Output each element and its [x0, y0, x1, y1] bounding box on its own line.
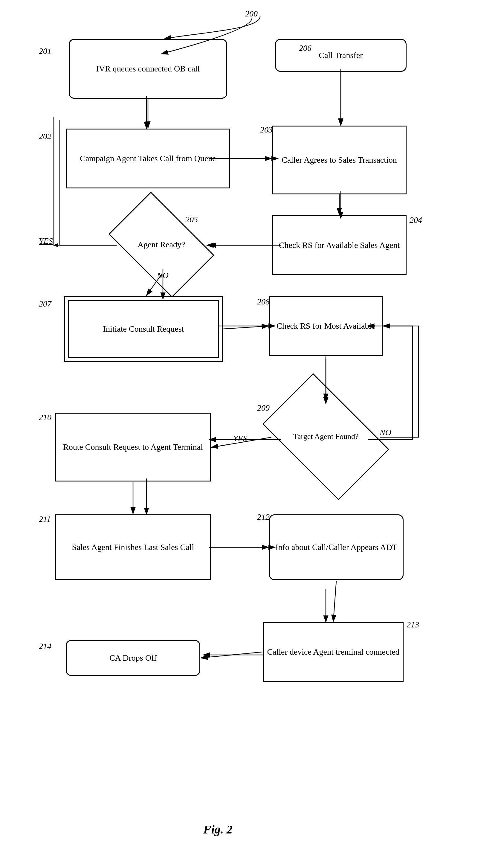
campaign-agent-box: Campaign Agent Takes Call from Queue — [66, 129, 230, 188]
caller-agrees-text: Caller Agrees to Sales Transaction — [281, 155, 397, 165]
caller-agrees-box: Caller Agrees to Sales Transaction — [272, 126, 407, 194]
yes-label-209: YES — [233, 434, 247, 443]
ref-200: 200 — [245, 9, 258, 18]
label-214: 214 — [39, 641, 51, 651]
info-call-box: Info about Call/Caller Appears ADT — [269, 514, 404, 580]
route-consult-box: Route Consult Request to Agent Terminal — [55, 413, 211, 481]
label-211: 211 — [39, 514, 51, 524]
sales-agent-finishes-text: Sales Agent Finishes Last Sales Call — [72, 542, 194, 553]
ivr-queues-box: IVR queues connected OB call — [69, 39, 227, 99]
check-rs-available-text: Check RS for Available Sales Agent — [279, 240, 400, 251]
no-label-205: NO — [157, 271, 168, 280]
campaign-agent-text: Campaign Agent Takes Call from Queue — [80, 153, 216, 164]
label-201: 201 — [39, 46, 51, 56]
label-210: 210 — [39, 413, 51, 422]
label-212: 212 — [257, 512, 270, 522]
caller-device-box: Caller device Agent treminal connected — [263, 622, 404, 682]
check-rs-most-box: Check RS for Most Available — [269, 296, 383, 356]
sales-agent-finishes-box: Sales Agent Finishes Last Sales Call — [55, 514, 211, 580]
label-205: 205 — [185, 215, 198, 224]
label-207: 207 — [39, 299, 51, 308]
target-agent-diamond: Target Agent Found? — [262, 373, 389, 500]
diagram: 200 201 IVR queues connected OB call 202… — [0, 0, 504, 858]
yes-label-205: YES — [39, 236, 53, 246]
route-consult-text: Route Consult Request to Agent Terminal — [63, 442, 203, 452]
no-label-209: NO — [380, 428, 391, 437]
call-transfer-text: Call Transfer — [319, 50, 363, 61]
label-209: 209 — [257, 403, 270, 413]
agent-ready-diamond: Agent Ready? — [109, 192, 214, 298]
label-203: 203 — [260, 125, 273, 134]
check-rs-most-text: Check RS for Most Available — [277, 321, 375, 331]
label-213: 213 — [407, 620, 419, 630]
caller-device-text: Caller device Agent treminal connected — [267, 647, 400, 657]
figure-label: Fig. 2 — [203, 822, 232, 837]
ca-drops-off-text: CA Drops Off — [109, 653, 157, 663]
agent-ready-text: Agent Ready? — [137, 239, 185, 250]
label-204: 204 — [409, 215, 422, 225]
check-rs-available-box: Check RS for Available Sales Agent — [272, 215, 407, 275]
initiate-consult-box: Initiate Consult Request — [68, 300, 219, 358]
ca-drops-off-box: CA Drops Off — [66, 640, 200, 676]
ivr-queues-text: IVR queues connected OB call — [96, 63, 200, 74]
initiate-consult-text: Initiate Consult Request — [103, 324, 184, 334]
label-208: 208 — [257, 297, 270, 306]
target-agent-text: Target Agent Found? — [293, 431, 359, 442]
label-202: 202 — [39, 131, 51, 141]
info-call-text: Info about Call/Caller Appears ADT — [275, 542, 397, 553]
call-transfer-box: Call Transfer — [275, 39, 407, 72]
